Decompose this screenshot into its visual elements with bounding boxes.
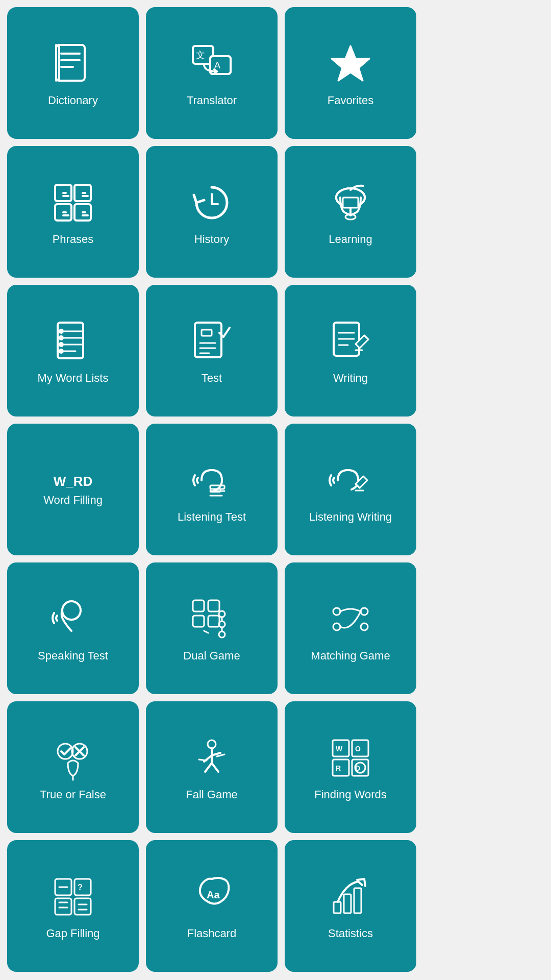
svg-rect-48 <box>193 616 204 627</box>
svg-point-29 <box>60 350 63 353</box>
test-icon <box>189 318 235 364</box>
svg-point-27 <box>60 336 63 339</box>
flashcard-icon: Aa <box>189 874 235 920</box>
tile-flashcard[interactable]: Aa Flashcard <box>146 840 278 972</box>
statistics-icon <box>328 874 373 920</box>
listening-test-icon <box>189 457 235 503</box>
tile-dual-game[interactable]: Dual Game <box>146 562 278 694</box>
writing-icon <box>328 318 373 364</box>
tile-label-writing: Writing <box>333 372 368 385</box>
tile-label-finding-words: Finding Words <box>314 788 386 801</box>
svg-rect-84 <box>74 898 91 915</box>
svg-line-68 <box>205 763 212 772</box>
tile-true-or-false[interactable]: True or False <box>7 701 139 833</box>
tile-gap-filling[interactable]: ? Gap Filling <box>7 840 139 972</box>
my-word-lists-icon <box>50 318 96 364</box>
tile-label-learning: Learning <box>329 233 372 246</box>
svg-text:?: ? <box>78 883 83 892</box>
tile-my-word-lists[interactable]: My Word Lists <box>7 285 139 416</box>
tile-fall-game[interactable]: Fall Game <box>146 701 278 833</box>
tile-label-listening-test: Listening Test <box>178 510 246 524</box>
svg-line-71 <box>217 754 224 756</box>
svg-marker-11 <box>332 46 369 81</box>
favorites-icon <box>328 41 373 87</box>
svg-point-51 <box>219 611 225 617</box>
tile-speaking-test[interactable]: Speaking Test <box>7 562 139 694</box>
svg-line-69 <box>212 763 218 772</box>
svg-rect-31 <box>202 330 212 336</box>
learning-icon <box>328 180 373 226</box>
svg-point-56 <box>333 623 340 630</box>
tile-label-translator: Translator <box>187 94 237 107</box>
svg-point-28 <box>60 343 63 346</box>
svg-point-26 <box>60 330 63 333</box>
true-or-false-icon <box>50 735 96 781</box>
translator-icon: 文 A <box>189 41 235 87</box>
tile-writing[interactable]: Writing <box>285 285 416 416</box>
tile-label-speaking-test: Speaking Test <box>38 649 108 663</box>
gap-filling-icon: ? <box>50 874 96 920</box>
svg-point-20 <box>345 214 356 219</box>
phrases-icon <box>50 180 96 226</box>
tile-test[interactable]: Test <box>146 285 278 416</box>
tile-phrases[interactable]: Phrases <box>7 146 139 278</box>
svg-rect-93 <box>344 894 351 913</box>
svg-point-45 <box>62 601 81 620</box>
svg-rect-82 <box>74 879 91 895</box>
svg-rect-30 <box>195 323 221 357</box>
tile-learning[interactable]: Learning <box>285 146 416 278</box>
svg-point-58 <box>361 623 368 630</box>
svg-rect-46 <box>193 600 204 611</box>
word-filling-text-icon: W_RD <box>54 474 93 489</box>
tile-label-flashcard: Flashcard <box>187 927 237 940</box>
tile-favorites[interactable]: Favorites <box>285 7 416 139</box>
tile-dictionary[interactable]: Dictionary <box>7 7 139 139</box>
svg-rect-49 <box>208 616 219 627</box>
tile-label-dictionary: Dictionary <box>48 94 98 107</box>
tile-label-matching-game: Matching Game <box>311 649 390 663</box>
tile-word-filling[interactable]: W_RD Word Filling <box>7 424 139 555</box>
tile-label-listening-writing: Listening Writing <box>309 510 392 524</box>
svg-rect-94 <box>354 888 361 913</box>
tile-finding-words[interactable]: W O R D Finding Words <box>285 701 416 833</box>
svg-point-52 <box>219 631 225 638</box>
tile-statistics[interactable]: Statistics <box>285 840 416 972</box>
svg-point-59 <box>58 744 73 759</box>
tile-label-true-or-false: True or False <box>40 788 106 801</box>
svg-rect-0 <box>56 45 85 81</box>
tile-label-fall-game: Fall Game <box>186 788 237 801</box>
finding-words-icon: W O R D <box>328 735 373 781</box>
tile-label-history: History <box>194 233 229 246</box>
svg-rect-83 <box>55 898 71 915</box>
svg-rect-92 <box>334 902 341 913</box>
fall-game-icon <box>189 735 235 781</box>
svg-point-55 <box>333 608 340 615</box>
tile-matching-game[interactable]: Matching Game <box>285 562 416 694</box>
tile-label-word-filling: Word Filling <box>43 494 103 507</box>
svg-text:文: 文 <box>196 50 205 60</box>
svg-rect-40 <box>210 485 224 489</box>
svg-text:O: O <box>355 745 361 753</box>
tile-label-statistics: Statistics <box>328 927 373 940</box>
tile-label-phrases: Phrases <box>53 233 94 246</box>
app-grid: Dictionary 文 A Translator Favorites <box>0 0 423 979</box>
tile-label-my-word-lists: My Word Lists <box>38 372 109 385</box>
tile-label-dual-game: Dual Game <box>183 649 240 663</box>
svg-line-70 <box>199 760 207 761</box>
tile-listening-test[interactable]: Listening Test <box>146 424 278 555</box>
tile-history[interactable]: History <box>146 146 278 278</box>
svg-point-64 <box>208 740 216 748</box>
listening-writing-icon <box>328 457 373 503</box>
tile-label-test: Test <box>202 372 222 385</box>
svg-text:W: W <box>336 745 343 753</box>
svg-point-57 <box>361 608 368 615</box>
tile-label-gap-filling: Gap Filling <box>46 927 99 940</box>
dictionary-icon <box>50 41 96 87</box>
tile-label-favorites: Favorites <box>328 94 373 107</box>
svg-text:Aa: Aa <box>207 889 220 900</box>
matching-game-icon <box>328 596 373 642</box>
history-icon <box>189 180 235 226</box>
tile-listening-writing[interactable]: Listening Writing <box>285 424 416 555</box>
svg-rect-47 <box>208 600 219 611</box>
tile-translator[interactable]: 文 A Translator <box>146 7 278 139</box>
